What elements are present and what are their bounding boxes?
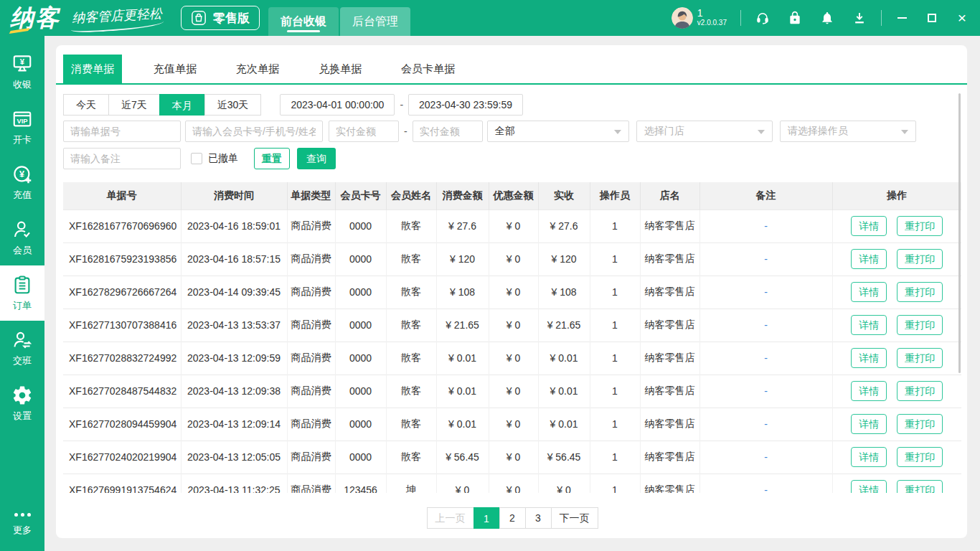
reprint-button[interactable]: 重打印: [897, 414, 943, 434]
nav-tab-front-cashier[interactable]: 前台收银: [268, 7, 339, 36]
more-dots-icon: [14, 510, 31, 520]
detail-button[interactable]: 详情: [851, 315, 887, 335]
quick-range-7days[interactable]: 近7天: [108, 94, 160, 116]
reprint-button[interactable]: 重打印: [897, 480, 943, 493]
next-page-button[interactable]: 下一页: [551, 507, 598, 529]
recharge-icon: ¥: [11, 164, 33, 185]
orders-table-header: 单据号 消费时间 单据类型 会员卡号 会员姓名 消费金额 优惠金额 实收 操作员…: [63, 182, 961, 209]
detail-button[interactable]: 详情: [851, 216, 887, 236]
maximize-icon[interactable]: [925, 11, 938, 24]
order-type-select[interactable]: 全部: [487, 121, 629, 142]
date-to-input[interactable]: [408, 94, 523, 116]
reprint-button[interactable]: 重打印: [897, 348, 943, 368]
reprint-button[interactable]: 重打印: [897, 447, 943, 467]
quick-range-this-month[interactable]: 本月: [159, 94, 205, 116]
support-icon[interactable]: [755, 10, 771, 26]
cell-card-no: 0000: [335, 408, 386, 441]
sidebar-item-settings[interactable]: 设置: [0, 376, 44, 431]
tab-times-orders[interactable]: 充次单据: [228, 55, 287, 83]
sidebar-item-shift[interactable]: 交班: [0, 321, 44, 376]
cell-remark: -: [699, 342, 832, 375]
chevron-down-icon: [758, 130, 765, 134]
cell-paid: ¥ 56.45: [538, 441, 590, 474]
sidebar-item-label: 设置: [13, 410, 32, 423]
detail-button[interactable]: 详情: [851, 447, 887, 467]
shift-icon: [11, 329, 33, 351]
page-button-1[interactable]: 1: [473, 507, 500, 529]
cell-store: 纳客零售店: [640, 342, 699, 375]
cell-amount: ¥ 0.01: [436, 375, 489, 408]
page-button-2[interactable]: 2: [499, 507, 526, 529]
amount-max-input[interactable]: [413, 121, 483, 142]
bell-icon[interactable]: [819, 10, 835, 26]
tab-recharge-orders[interactable]: 充值单据: [146, 55, 204, 83]
cell-order-no: XF16276991913754624: [63, 474, 181, 493]
tab-exchange-orders[interactable]: 兑换单据: [311, 55, 369, 83]
edition-badge-label: 零售版: [213, 10, 250, 27]
detail-button[interactable]: 详情: [851, 414, 887, 434]
remark-input[interactable]: [63, 148, 181, 169]
tab-member-card-orders[interactable]: 会员卡单据: [393, 55, 463, 83]
sidebar-item-label: 更多: [13, 524, 32, 537]
lock-icon[interactable]: [787, 10, 803, 26]
settings-icon: [11, 385, 33, 406]
content-area: 消费单据 充值单据 充次单据 兑换单据 会员卡单据 今天 近7天 本月 近30天…: [44, 36, 980, 551]
sidebar-item-members[interactable]: 会员: [0, 210, 44, 265]
sidebar-item-recharge[interactable]: ¥ 充值: [0, 155, 44, 210]
col-store: 店名: [640, 182, 699, 209]
cell-actions: 详情 重打印: [832, 209, 961, 242]
detail-button[interactable]: 详情: [851, 249, 887, 269]
shopping-bag-icon: [191, 10, 207, 26]
cell-paid: ¥ 0.01: [538, 408, 590, 441]
sidebar-item-open-card[interactable]: VIP 开卡: [0, 100, 44, 155]
detail-button[interactable]: 详情: [851, 381, 887, 401]
download-icon[interactable]: [852, 10, 867, 26]
minimize-icon[interactable]: [895, 11, 908, 24]
reprint-button[interactable]: 重打印: [897, 249, 943, 269]
page-button-3[interactable]: 3: [525, 507, 552, 529]
cell-operator: 1: [590, 441, 640, 474]
cell-store: 纳客零售店: [640, 375, 699, 408]
sidebar-item-orders[interactable]: 订单: [0, 265, 44, 321]
quick-range-today[interactable]: 今天: [63, 94, 109, 116]
user-info[interactable]: 1 v2.0.0.37: [672, 7, 727, 29]
reprint-button[interactable]: 重打印: [897, 381, 943, 401]
member-search-input[interactable]: [185, 121, 323, 142]
order-no-input[interactable]: [63, 121, 181, 142]
voided-checkbox[interactable]: [191, 153, 202, 164]
cell-order-no: XF16277028094459904: [63, 408, 181, 441]
reprint-button[interactable]: 重打印: [897, 315, 943, 335]
nav-tab-back-office[interactable]: 后台管理: [340, 7, 410, 36]
col-card-no: 会员卡号: [335, 182, 386, 209]
panel-scrollbar-thumb[interactable]: [958, 93, 961, 373]
reprint-button[interactable]: 重打印: [897, 216, 943, 236]
detail-button[interactable]: 详情: [851, 480, 887, 493]
cell-member-name: 坤: [386, 474, 436, 493]
cell-actions: 详情 重打印: [832, 375, 961, 408]
store-select[interactable]: 选择门店: [636, 121, 773, 142]
cell-member-name: 散客: [386, 441, 436, 474]
prev-page-button[interactable]: 上一页: [427, 507, 474, 529]
cell-remark: -: [699, 474, 832, 493]
reprint-button[interactable]: 重打印: [897, 282, 943, 302]
cell-paid: ¥ 0.01: [538, 342, 590, 375]
cell-discount: ¥ 0: [489, 309, 538, 342]
col-order-no: 单据号: [63, 182, 181, 209]
sidebar-item-more[interactable]: 更多: [0, 502, 44, 544]
amount-min-input[interactable]: [329, 121, 399, 142]
cell-card-no: 0000: [335, 375, 386, 408]
quick-range-30days[interactable]: 近30天: [204, 94, 262, 116]
sidebar-item-cashier[interactable]: ¥ 收银: [0, 44, 44, 100]
cell-card-no: 0000: [335, 342, 386, 375]
table-row: XF16281677670696960 2023-04-16 18:59:01 …: [63, 209, 961, 242]
tab-consume-orders[interactable]: 消费单据: [63, 55, 122, 83]
close-icon[interactable]: ×: [956, 11, 969, 24]
search-button[interactable]: 查询: [297, 148, 336, 169]
operator-select[interactable]: 请选择操作员: [780, 121, 916, 142]
date-from-input[interactable]: [280, 94, 395, 116]
cell-time: 2023-04-13 11:32:25: [181, 474, 287, 493]
detail-button[interactable]: 详情: [851, 282, 887, 302]
orders-icon: [11, 274, 33, 296]
reset-button[interactable]: 重置: [254, 148, 290, 169]
detail-button[interactable]: 详情: [851, 348, 887, 368]
